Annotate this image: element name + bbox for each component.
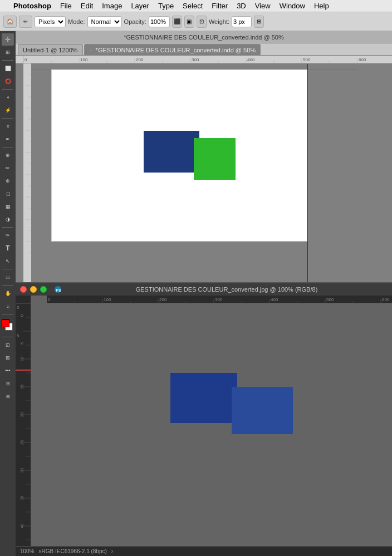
smoothing-button[interactable]: ⊡ bbox=[197, 16, 207, 28]
extra-option-button[interactable]: ⊞ bbox=[254, 16, 264, 28]
indesign-blue-rect bbox=[144, 131, 199, 173]
svg-text:600: 600 bbox=[359, 57, 366, 62]
menu-filter[interactable]: Filter bbox=[207, 2, 232, 10]
svg-text:10: 10 bbox=[20, 357, 24, 361]
ps-ruler-h-svg: 0 100 200 300 400 bbox=[47, 296, 392, 303]
artboard-tool[interactable]: ⊞ bbox=[2, 46, 14, 58]
photoshop-window: Ps GESTIONNAIRE DES COULEUR_converted.jp… bbox=[16, 283, 392, 556]
burn-tool[interactable]: ◑ bbox=[2, 213, 14, 225]
opacity-input[interactable] bbox=[149, 16, 170, 27]
svg-text:400: 400 bbox=[271, 297, 278, 302]
flow-button[interactable]: ⬛ bbox=[172, 16, 182, 28]
photoshop-canvas[interactable] bbox=[31, 303, 392, 546]
extra-tool-4[interactable]: ⊞ bbox=[2, 377, 14, 390]
extra-tool-2[interactable]: ⊠ bbox=[2, 352, 14, 364]
type-tool[interactable]: T bbox=[2, 242, 14, 254]
svg-rect-66 bbox=[16, 303, 31, 546]
marquee-rect-tool[interactable]: ⬜ bbox=[2, 62, 14, 75]
tool-separator bbox=[2, 89, 13, 90]
tool-separator bbox=[2, 118, 13, 119]
marquee-ellipse-tool[interactable]: ⭕ bbox=[2, 75, 14, 87]
gradient-tool[interactable]: ▦ bbox=[2, 200, 14, 213]
unit-select[interactable]: Pixels bbox=[35, 16, 66, 27]
minimize-button[interactable] bbox=[30, 286, 37, 293]
healing-tool[interactable]: ⊕ bbox=[2, 149, 14, 161]
tab-untitled[interactable]: Untitled-1 @ 1200% bbox=[18, 44, 83, 55]
svg-text:0: 0 bbox=[24, 57, 27, 62]
crop-tool[interactable]: ⌗ bbox=[2, 120, 14, 132]
vertical-ruler-top bbox=[23, 63, 31, 282]
maximize-button[interactable] bbox=[40, 286, 47, 293]
eyedropper-tool[interactable]: ✒ bbox=[2, 133, 14, 145]
mode-select[interactable]: Normal bbox=[87, 16, 122, 27]
menu-help[interactable]: Help bbox=[310, 2, 334, 10]
horizontal-ruler-bottom: 0 100 200 300 400 bbox=[47, 296, 392, 303]
indesign-window: *GESTIONNAIRE DES COULEUR_converted.indd… bbox=[16, 31, 392, 283]
guide-horizontal bbox=[24, 70, 358, 70]
pen-tool[interactable]: ✑ bbox=[2, 229, 14, 242]
document-tabs: Untitled-1 @ 1200% ✕ *GESTIONNAIRE DES C… bbox=[16, 43, 392, 56]
move-tool[interactable]: ✛ bbox=[2, 33, 14, 46]
tool-separator bbox=[2, 147, 13, 147]
hand-tool[interactable]: ✋ bbox=[2, 287, 14, 299]
brush-preset-button[interactable]: ✏ bbox=[19, 16, 32, 28]
indesign-window-titlebar: *GESTIONNAIRE DES COULEUR_converted.indd… bbox=[16, 31, 392, 43]
shape-tool[interactable]: ▭ bbox=[2, 271, 14, 283]
menu-image[interactable]: Image bbox=[97, 2, 126, 10]
indesign-title: *GESTIONNAIRE DES COULEUR_converted.indd… bbox=[124, 34, 284, 41]
menu-file[interactable]: File bbox=[56, 2, 76, 10]
svg-text:300: 300 bbox=[215, 297, 223, 302]
photoshop-titlebar: Ps GESTIONNAIRE DES COULEUR_converted.jp… bbox=[16, 283, 392, 296]
tab-gestionnaire[interactable]: ✕ *GESTIONNAIRE DES COULEUR_converted.in… bbox=[84, 44, 261, 55]
menu-3d[interactable]: 3D bbox=[232, 2, 251, 10]
ps-ruler-v-svg: 0 5 bbox=[16, 303, 31, 546]
svg-text:100: 100 bbox=[80, 57, 88, 62]
horizontal-ruler-top: 0 100 200 300 400 bbox=[23, 56, 392, 63]
svg-text:0: 0 bbox=[48, 297, 51, 302]
ps-rect-blue-2 bbox=[232, 387, 293, 434]
zoom-tool[interactable]: ⌕ bbox=[2, 300, 14, 312]
airbrush-button[interactable]: ▣ bbox=[184, 16, 194, 28]
ps-canvas-row: 0 5 bbox=[16, 303, 392, 546]
svg-rect-21 bbox=[23, 63, 31, 282]
svg-text:0: 0 bbox=[20, 314, 24, 317]
tab-close-gestionnaire[interactable]: ✕ bbox=[89, 47, 94, 53]
foreground-color-swatch[interactable] bbox=[2, 319, 9, 327]
guide-vertical bbox=[307, 64, 308, 282]
weight-label: Weight: bbox=[209, 18, 229, 25]
menu-type[interactable]: Type bbox=[154, 2, 178, 10]
extra-tool-3[interactable]: ••• bbox=[2, 365, 14, 377]
weight-input[interactable] bbox=[232, 16, 252, 27]
svg-rect-0 bbox=[23, 56, 392, 63]
photoshop-window-title: GESTIONNAIRE DES COULEUR_converted.jpg @… bbox=[66, 286, 388, 293]
clone-tool[interactable]: ⊛ bbox=[2, 175, 14, 187]
svg-text:Ps: Ps bbox=[56, 288, 61, 293]
svg-text:5: 5 bbox=[17, 333, 19, 338]
home-button[interactable]: 🏠 bbox=[3, 16, 17, 28]
svg-text:20: 20 bbox=[20, 412, 24, 417]
menu-view[interactable]: View bbox=[251, 2, 275, 10]
color-swatches[interactable] bbox=[1, 318, 15, 333]
menu-window[interactable]: Window bbox=[275, 2, 310, 10]
main-area: ✛ ⊞ ⬜ ⭕ ⌖ ⚡ ⌗ ✒ ⊕ ✏ ⊛ ◻ ▦ ◑ ✑ T ↖ ▭ ✋ ⌕ … bbox=[0, 31, 392, 556]
svg-text:5: 5 bbox=[20, 342, 24, 345]
menu-layer[interactable]: Layer bbox=[126, 2, 154, 10]
extra-tool-1[interactable]: ⊡ bbox=[2, 339, 14, 351]
quick-select-tool[interactable]: ⚡ bbox=[2, 104, 14, 116]
lasso-tool[interactable]: ⌖ bbox=[2, 91, 14, 104]
brush-tool[interactable]: ✏ bbox=[2, 162, 14, 174]
svg-text:0: 0 bbox=[17, 305, 19, 310]
menu-select[interactable]: Select bbox=[178, 2, 207, 10]
extra-tool-5[interactable]: ⊟ bbox=[2, 390, 14, 402]
tool-separator bbox=[2, 269, 13, 269]
eraser-tool[interactable]: ◻ bbox=[2, 188, 14, 200]
svg-text:35: 35 bbox=[20, 496, 24, 500]
path-select-tool[interactable]: ↖ bbox=[2, 255, 14, 267]
menu-photoshop[interactable]: Photoshop bbox=[9, 2, 56, 10]
menu-edit[interactable]: Edit bbox=[76, 2, 97, 10]
ps-icon: Ps bbox=[53, 285, 62, 294]
indesign-page bbox=[51, 69, 307, 242]
tool-separator bbox=[2, 337, 13, 337]
close-button[interactable] bbox=[20, 286, 27, 293]
status-arrow[interactable]: › bbox=[111, 548, 113, 554]
